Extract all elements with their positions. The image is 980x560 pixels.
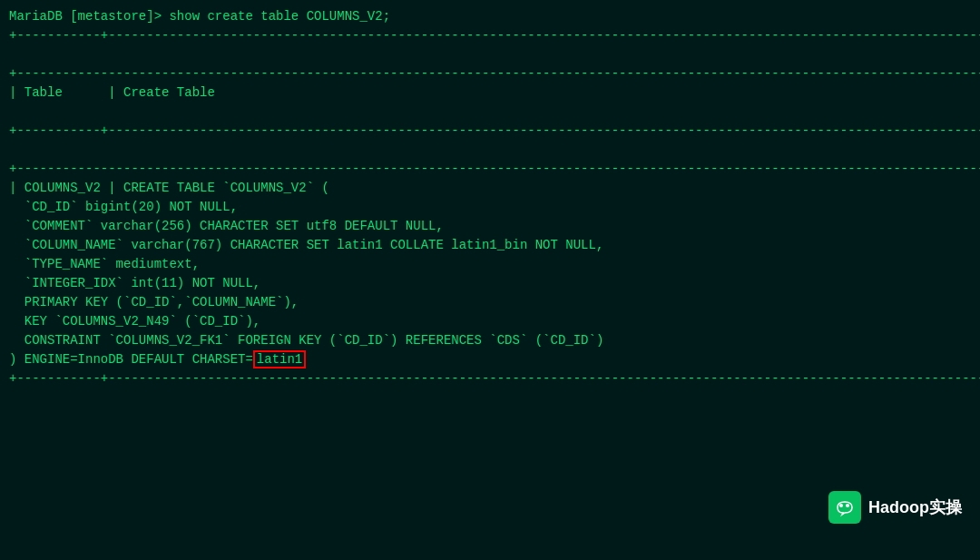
svg-point-1 <box>846 504 849 507</box>
data-row-4: `COLUMN_NAME` varchar(767) CHARACTER SET… <box>9 236 971 255</box>
data-row-7: PRIMARY KEY (`CD_ID`,`COLUMN_NAME`), <box>9 293 971 312</box>
data-row-1: | COLUMNS_V2 | CREATE TABLE `COLUMNS_V2`… <box>9 179 971 198</box>
data-row-3: `COMMENT` varchar(256) CHARACTER SET utf… <box>9 217 971 236</box>
empty-line-2 <box>9 141 971 160</box>
terminal-window: MariaDB [metastore]> show create table C… <box>0 0 980 560</box>
prompt-line: MariaDB [metastore]> show create table C… <box>9 7 971 26</box>
highlight-charset: latin1 <box>253 350 306 368</box>
data-row-5: `TYPE_NAME` mediumtext, <box>9 255 971 274</box>
data-row-9: CONSTRAINT `COLUMNS_V2_FK1` FOREIGN KEY … <box>9 331 971 350</box>
separator-5: +-----------+---------------------------… <box>9 369 971 388</box>
empty-line-1 <box>9 45 971 64</box>
separator-4: +---------------------------------------… <box>9 160 971 179</box>
separator-3: +-----------+---------------------------… <box>9 122 971 141</box>
watermark-text: Hadoop实操 <box>868 496 962 520</box>
data-row-8: KEY `COLUMNS_V2_N49` (`CD_ID`), <box>9 312 971 331</box>
watermark: Hadoop实操 <box>828 491 962 524</box>
separator-1: +-----------+---------------------------… <box>9 26 971 45</box>
data-row-2: `CD_ID` bigint(20) NOT NULL, <box>9 198 971 217</box>
data-row-6: `INTEGER_IDX` int(11) NOT NULL, <box>9 274 971 293</box>
svg-point-0 <box>839 504 843 507</box>
header-continuation: | <box>9 103 971 122</box>
separator-2: +---------------------------------------… <box>9 64 971 84</box>
data-row-10: ) ENGINE=InnoDB DEFAULT CHARSET=latin1 <box>9 350 971 369</box>
header-line: | Table | Create Table <box>9 84 971 103</box>
watermark-icon <box>828 491 861 524</box>
wechat-icon <box>835 497 855 517</box>
